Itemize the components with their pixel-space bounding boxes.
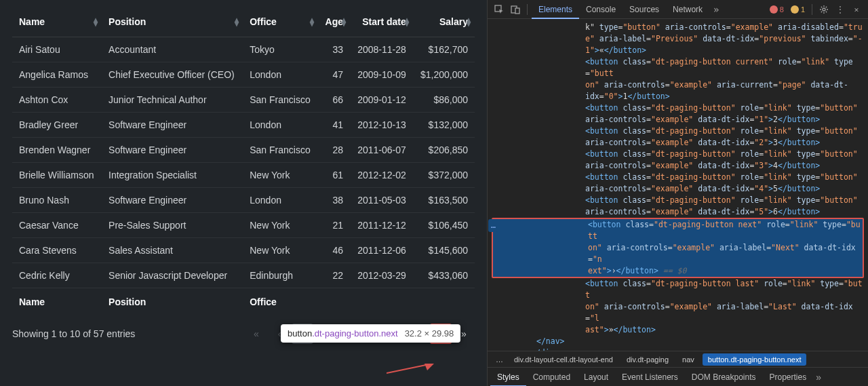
table-cell: Software Engineer: [102, 138, 243, 163]
table-cell: 41: [318, 113, 350, 138]
table-cell: Integration Specialist: [102, 163, 243, 188]
table-cell: 2012-10-13: [350, 113, 413, 138]
table-cell: Bradley Greer: [12, 113, 102, 138]
table-row[interactable]: Airi SatouAccountantTokyo332008-11-28$16…: [12, 37, 475, 62]
styles-tab[interactable]: Layout: [577, 368, 615, 387]
svg-line-0: [387, 365, 426, 373]
styles-tab[interactable]: DOM Breakpoints: [685, 368, 763, 387]
table-cell: Caesar Vance: [12, 213, 102, 238]
breadcrumb-item[interactable]: div.dt-paging: [621, 353, 674, 366]
column-header[interactable]: Name▴▾: [12, 7, 102, 37]
devtools-tab[interactable]: Console: [579, 0, 623, 19]
table-row[interactable]: Caesar VancePre-Sales SupportNew York212…: [12, 213, 475, 238]
table-cell: 2011-06-07: [350, 138, 413, 163]
table-cell: London: [243, 113, 318, 138]
inspector-tooltip: button.dt-paging-button.next 32.2 × 29.9…: [281, 324, 460, 343]
devtools-tab[interactable]: Network: [666, 0, 709, 19]
table-cell: 2012-12-02: [350, 163, 413, 188]
footer-column: Office: [243, 288, 318, 316]
styles-tabbar: StylesComputedLayoutEvent ListenersDOM B…: [488, 367, 868, 386]
dom-node-page-3[interactable]: <button class="dt-paging-button" role="l…: [490, 126, 864, 149]
device-toggle-icon[interactable]: [508, 2, 523, 17]
table-cell: Brielle Williamson: [12, 163, 102, 188]
more-styles-icon[interactable]: »: [813, 372, 824, 383]
table-cell: 61: [318, 163, 350, 188]
dom-node-prev-attrs[interactable]: k" type="button" aria-controls="example"…: [490, 22, 864, 56]
breadcrumb-item[interactable]: div.dt-layout-cell.dt-layout-end: [509, 353, 618, 366]
elements-tree[interactable]: k" type="button" aria-controls="example"…: [488, 19, 868, 351]
error-badge[interactable]: 8: [767, 5, 787, 14]
warning-badge[interactable]: 1: [788, 5, 808, 14]
dom-node-page-1[interactable]: <button class="dt-paging-button current"…: [490, 56, 864, 102]
dom-node-page-5[interactable]: <button class="dt-paging-button" role="l…: [490, 172, 864, 195]
table-row[interactable]: Cedric KellySenior Javascript DeveloperE…: [12, 263, 475, 288]
dom-node-page-4[interactable]: <button class="dt-paging-button" role="l…: [490, 149, 864, 172]
table-row[interactable]: Cara StevensSales AssistantNew York46201…: [12, 238, 475, 263]
column-header[interactable]: Office▴▾: [243, 7, 318, 37]
table-cell: Pre-Sales Support: [102, 213, 243, 238]
table-row[interactable]: Angelica RamosChief Executive Officer (C…: [12, 62, 475, 88]
breadcrumb-item[interactable]: …: [490, 353, 509, 366]
sort-icon: ▴▾: [310, 18, 314, 26]
styles-tab[interactable]: Properties: [763, 368, 814, 387]
table-cell: 2009-01-12: [350, 88, 413, 113]
more-tabs-icon[interactable]: »: [711, 4, 722, 15]
dom-node-next-selected[interactable]: <button class="dt-paging-button next" ro…: [492, 218, 864, 278]
table-cell: Junior Technical Author: [102, 88, 243, 113]
table-cell: $1,200,000: [413, 62, 475, 88]
table-cell: San Francisco: [243, 88, 318, 113]
breadcrumb-item[interactable]: nav: [677, 353, 700, 366]
datatable-panel: Name▴▾Position▴▾Office▴▾Age▴▾Start date▴…: [0, 0, 487, 386]
table-cell: 2011-05-03: [350, 188, 413, 213]
sort-icon: ▴▾: [94, 18, 98, 26]
close-icon[interactable]: ✕: [849, 2, 864, 17]
table-cell: San Francisco: [243, 138, 318, 163]
table-row[interactable]: Ashton CoxJunior Technical AuthorSan Fra…: [12, 88, 475, 113]
table-cell: Angelica Ramos: [12, 62, 102, 88]
styles-tab[interactable]: Styles: [490, 368, 526, 387]
dom-node-page-6[interactable]: <button class="dt-paging-button" role="l…: [490, 195, 864, 218]
inspect-icon[interactable]: [492, 2, 507, 17]
table-cell: Software Engineer: [102, 113, 243, 138]
table-cell: $162,700: [413, 37, 475, 62]
table-cell: 33: [318, 37, 350, 62]
column-header[interactable]: Position▴▾: [102, 7, 243, 37]
styles-tab[interactable]: Event Listeners: [615, 368, 685, 387]
table-cell: $163,500: [413, 188, 475, 213]
column-header[interactable]: Salary▴▾: [413, 7, 475, 37]
gear-icon[interactable]: [816, 2, 831, 17]
table-info: Showing 1 to 10 of 57 entries: [12, 328, 135, 339]
devtools-panel: ElementsConsoleSourcesNetwork » 8 1 ⋮ ✕ …: [487, 0, 868, 386]
table-cell: 2009-10-09: [350, 62, 413, 88]
dom-node-page-2[interactable]: <button class="dt-paging-button" role="l…: [490, 102, 864, 126]
table-cell: $145,600: [413, 238, 475, 263]
footer-column: Position: [102, 288, 243, 316]
breadcrumb: …div.dt-layout-cell.dt-layout-enddiv.dt-…: [488, 351, 868, 367]
sort-icon: ▴▾: [405, 18, 409, 26]
annotation-arrow: [387, 364, 434, 374]
kebab-icon[interactable]: ⋮: [833, 2, 848, 17]
table-row[interactable]: Brenden WagnerSoftware EngineerSan Franc…: [12, 138, 475, 163]
table-cell: 47: [318, 62, 350, 88]
table-row[interactable]: Brielle WilliamsonIntegration Specialist…: [12, 163, 475, 188]
devtools-tab[interactable]: Elements: [532, 0, 579, 19]
table-row[interactable]: Bruno NashSoftware EngineerLondon382011-…: [12, 188, 475, 213]
dom-close-nav[interactable]: </nav>: [490, 336, 864, 347]
dom-node-last[interactable]: <button class="dt-paging-button last" ro…: [490, 278, 864, 336]
svg-point-5: [823, 8, 825, 11]
table-row[interactable]: Bradley GreerSoftware EngineerLondon4120…: [12, 113, 475, 138]
devtools-tab[interactable]: Sources: [623, 0, 666, 19]
tooltip-class: .dt-paging-button.next: [312, 328, 397, 339]
table-cell: Accountant: [102, 37, 243, 62]
sort-icon: ▴▾: [235, 18, 239, 26]
page-prev-button[interactable]: «: [245, 324, 267, 344]
column-header[interactable]: Age▴▾: [318, 7, 350, 37]
svg-rect-4: [515, 8, 519, 14]
devtools-tabbar: ElementsConsoleSourcesNetwork » 8 1 ⋮ ✕: [488, 0, 868, 19]
breadcrumb-item[interactable]: button.dt-paging-button.next: [703, 353, 807, 366]
table-cell: 38: [318, 188, 350, 213]
column-header[interactable]: Start date▴▾: [350, 7, 413, 37]
table-cell: Chief Executive Officer (CEO): [102, 62, 243, 88]
table-cell: $132,000: [413, 113, 475, 138]
styles-tab[interactable]: Computed: [526, 368, 577, 387]
